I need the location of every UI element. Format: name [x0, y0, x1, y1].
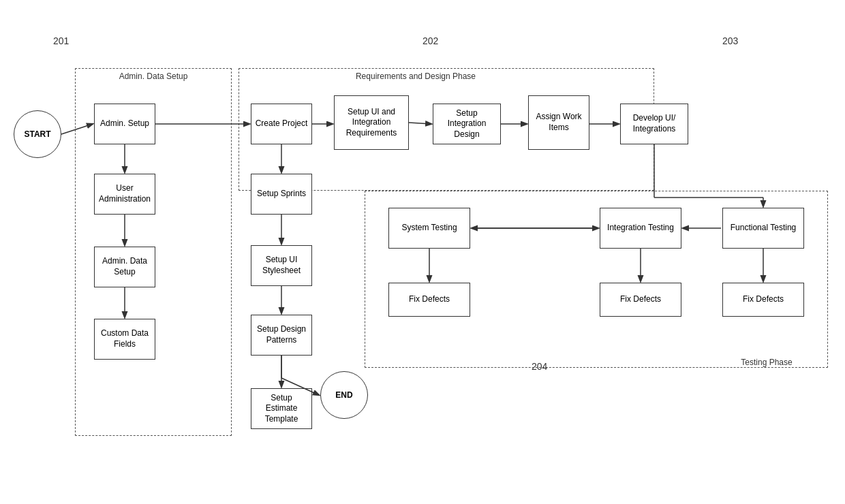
setup-ui-stylesheet-box: Setup UI Stylesheet [251, 245, 312, 286]
functional-testing-box: Functional Testing [722, 208, 804, 249]
end-node: END [320, 371, 368, 419]
custom-data-fields-box: Custom Data Fields [94, 319, 155, 360]
setup-sprints-box: Setup Sprints [251, 174, 312, 215]
testing-label: Testing Phase [716, 358, 818, 367]
req-design-label: Requirements and Design Phase [341, 72, 491, 81]
integration-testing-box: Integration Testing [600, 208, 681, 249]
fix-defects-functional-box: Fix Defects [722, 283, 804, 317]
setup-ui-reqs-box: Setup UI and Integration Requirements [334, 95, 409, 150]
setup-design-patterns-box: Setup Design Patterns [251, 315, 312, 356]
flowchart-diagram: 201 202 203 204 Admin. Data Setup Requir… [0, 0, 845, 504]
system-testing-box: System Testing [388, 208, 470, 249]
fix-defects-system-box: Fix Defects [388, 283, 470, 317]
admin-data-setup-label: Admin. Data Setup [106, 72, 201, 81]
setup-estimate-template-box: Setup Estimate Template [251, 388, 312, 429]
create-project-box: Create Project [251, 104, 312, 144]
admin-data-setup-box: Admin. Data Setup [94, 247, 155, 287]
start-node: START [14, 110, 61, 158]
user-admin-box: User Administration [94, 174, 155, 215]
develop-ui-box: Develop UI/ Integrations [620, 104, 688, 144]
ref-203: 203 [722, 35, 738, 46]
admin-setup-box: Admin. Setup [94, 104, 155, 144]
ref-201: 201 [53, 35, 69, 46]
fix-defects-integration-box: Fix Defects [600, 283, 681, 317]
setup-int-design-box: Setup Integration Design [433, 104, 501, 144]
assign-work-items-box: Assign Work Items [528, 95, 589, 150]
ref-202: 202 [422, 35, 438, 46]
